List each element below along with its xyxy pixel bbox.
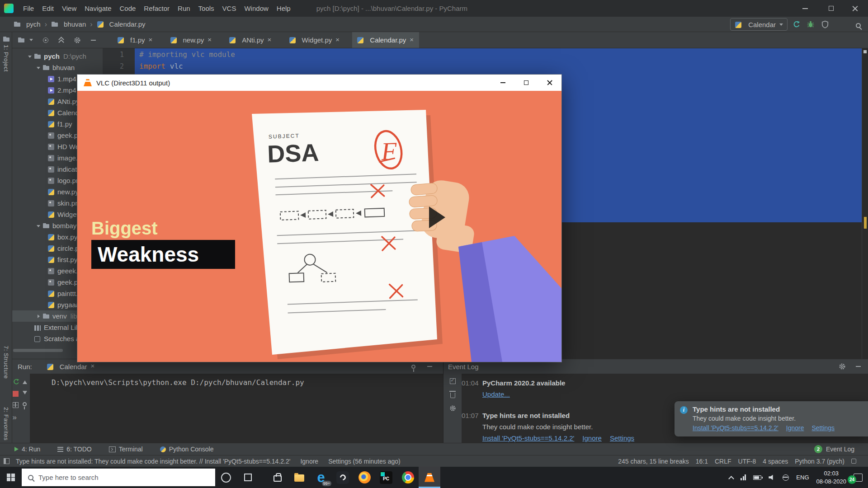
- rerun-icon[interactable]: [13, 378, 20, 385]
- toolwindow-event-log[interactable]: 2 Event Log: [814, 445, 868, 453]
- menu-file[interactable]: File: [19, 5, 38, 12]
- dark-app-button[interactable]: [332, 467, 354, 488]
- menu-navigate[interactable]: Navigate: [80, 5, 115, 12]
- vlc-close-button[interactable]: [538, 75, 561, 91]
- tab-anti[interactable]: ANti.py: [224, 32, 277, 48]
- menu-help[interactable]: Help: [273, 5, 295, 12]
- debug-button[interactable]: [807, 20, 815, 30]
- status-indent[interactable]: 4 spaces: [763, 458, 788, 465]
- settings-link[interactable]: Settings: [812, 424, 835, 432]
- menu-code[interactable]: Code: [115, 5, 140, 12]
- sidebar-item-structure[interactable]: 7: Structure: [3, 346, 9, 379]
- vlc-video-area[interactable]: SUBJECT DSA F: [77, 91, 561, 362]
- edge-app-button[interactable]: 99+: [310, 467, 332, 488]
- vlc-maximize-button[interactable]: [514, 75, 538, 91]
- ignore-link[interactable]: Ignore: [582, 432, 602, 444]
- action-center-icon[interactable]: 24: [854, 474, 863, 482]
- run-console[interactable]: D:\pych\venv\Scripts\python.exe D:/pych/…: [31, 374, 443, 443]
- toolwindow-switcher-icon[interactable]: [4, 458, 9, 464]
- install-link[interactable]: Install 'PyQt5-stubs==5.14.2.2': [482, 432, 574, 444]
- chevron-up-icon[interactable]: [728, 476, 734, 482]
- tree-item-pych[interactable]: pych D:\pych: [12, 51, 103, 62]
- chrome-app-button[interactable]: [397, 467, 419, 488]
- status-interpreter[interactable]: Python 3.7 (pych): [795, 458, 844, 465]
- layout-icon[interactable]: [13, 402, 19, 408]
- settings-icon[interactable]: [449, 405, 456, 412]
- close-icon[interactable]: [148, 37, 154, 43]
- chevron-right-icon[interactable]: [34, 314, 42, 318]
- minimize-button[interactable]: [794, 0, 816, 17]
- maximize-button[interactable]: [820, 0, 842, 17]
- mark-read-icon[interactable]: [450, 378, 456, 384]
- run-configuration-selector[interactable]: Calendar: [730, 18, 788, 31]
- vlc-app-button[interactable]: [419, 467, 440, 488]
- network-icon[interactable]: [783, 474, 789, 481]
- chevron-down-icon[interactable]: [26, 53, 34, 60]
- gear-icon[interactable]: [74, 37, 81, 44]
- close-icon[interactable]: [409, 37, 415, 43]
- vlc-title-bar[interactable]: VLC (Direct3D11 output): [77, 75, 561, 91]
- close-icon[interactable]: [207, 37, 212, 43]
- hide-icon[interactable]: [91, 40, 96, 41]
- taskbar-search-input[interactable]: [38, 474, 192, 481]
- close-icon[interactable]: [267, 37, 273, 43]
- menu-run[interactable]: Run: [174, 5, 194, 12]
- tree-item-bhuvan[interactable]: bhuvan: [12, 62, 103, 73]
- menu-view[interactable]: View: [58, 5, 80, 12]
- menu-edit[interactable]: Edit: [38, 5, 58, 12]
- close-icon[interactable]: [90, 363, 96, 370]
- chevron-down-icon[interactable]: [34, 65, 42, 71]
- pin-icon[interactable]: [411, 365, 415, 369]
- breadcrumb-pych[interactable]: pych: [14, 20, 41, 28]
- stop-icon[interactable]: [13, 391, 19, 397]
- settings-link[interactable]: Settings: [610, 432, 634, 444]
- vlc-minimize-button[interactable]: [491, 75, 514, 91]
- tab-new[interactable]: new.py: [165, 32, 217, 48]
- status-widget-icon[interactable]: [851, 459, 856, 464]
- trash-icon[interactable]: [450, 393, 455, 398]
- gear-icon[interactable]: [839, 363, 846, 370]
- status-caret-position[interactable]: 16:1: [696, 458, 708, 465]
- breadcrumb-bhuvan[interactable]: bhuvan: [51, 20, 86, 28]
- toolwindow-todo[interactable]: 6: TODO: [57, 446, 92, 453]
- store-app-button[interactable]: [267, 467, 288, 488]
- status-settings-action[interactable]: Settings (56 minutes ago): [328, 458, 401, 465]
- status-line-separator[interactable]: CRLF: [715, 458, 731, 465]
- toolwindow-terminal[interactable]: Terminal: [109, 446, 143, 453]
- menu-tools[interactable]: Tools: [194, 5, 218, 12]
- firefox-app-button[interactable]: [354, 467, 375, 488]
- hide-icon[interactable]: [856, 366, 861, 367]
- install-link[interactable]: Install 'PyQt5-stubs==5.14.2.2': [693, 424, 778, 432]
- task-view-button[interactable]: [237, 467, 259, 488]
- search-everywhere-button[interactable]: [856, 22, 861, 29]
- tab-calendar[interactable]: Calendar.py: [352, 32, 419, 48]
- file-explorer-button[interactable]: [288, 467, 310, 488]
- down-arrow-icon[interactable]: [23, 391, 27, 397]
- horizontal-scrollbar[interactable]: [13, 349, 63, 352]
- project-view-selector[interactable]: [18, 37, 33, 44]
- editor-scroll-stripe[interactable]: [862, 48, 868, 359]
- menu-refactor[interactable]: Refactor: [140, 5, 174, 12]
- ignore-link[interactable]: Ignore: [786, 424, 804, 432]
- more-icon[interactable]: [13, 413, 20, 421]
- language-indicator[interactable]: ENG: [796, 474, 809, 481]
- collapse-all-icon[interactable]: [58, 37, 64, 43]
- volume-icon[interactable]: [769, 474, 775, 480]
- clock[interactable]: 02:03 08-08-2020: [816, 469, 847, 485]
- close-button[interactable]: [844, 0, 866, 17]
- tab-f1[interactable]: f1.py: [113, 32, 158, 48]
- pycharm-app-button[interactable]: [375, 467, 397, 488]
- cortana-button[interactable]: [215, 467, 237, 488]
- status-ignore-action[interactable]: Ignore: [300, 458, 318, 465]
- hide-icon[interactable]: [427, 366, 432, 367]
- status-encoding[interactable]: UTF-8: [738, 458, 756, 465]
- locate-file-icon[interactable]: [43, 38, 48, 43]
- pin-icon[interactable]: [23, 402, 27, 406]
- battery-icon[interactable]: [753, 475, 761, 480]
- toolwindow-run[interactable]: 4: Run: [14, 446, 40, 453]
- sidebar-item-project[interactable]: 1: Project: [3, 45, 9, 72]
- toolwindow-python-console[interactable]: Python Console: [160, 446, 214, 453]
- menu-vcs[interactable]: VCS: [218, 5, 241, 12]
- network-signal-icon[interactable]: [741, 474, 746, 480]
- breadcrumb-calendar[interactable]: Calendar.py: [97, 20, 146, 28]
